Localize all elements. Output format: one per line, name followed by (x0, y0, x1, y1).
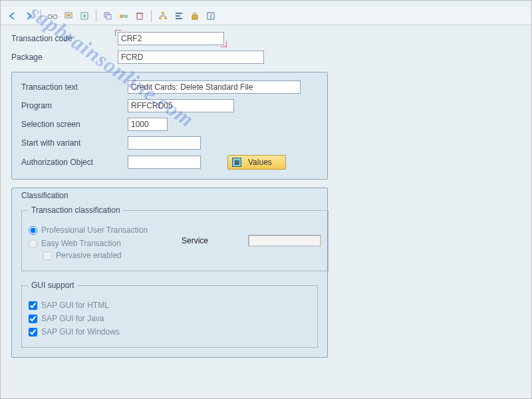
row-tcode: Transaction code (11, 32, 521, 45)
authobj-input[interactable] (128, 156, 201, 169)
toolbar-sep (151, 10, 152, 22)
ttext-input[interactable] (128, 80, 301, 94)
display-icon[interactable] (61, 9, 76, 23)
svg-text:i: i (210, 11, 212, 21)
lock-icon[interactable] (188, 9, 202, 23)
svg-rect-3 (66, 14, 70, 17)
service-input (248, 235, 321, 247)
back-icon[interactable] (6, 9, 21, 23)
forward-icon[interactable] (22, 9, 37, 23)
variant-label: Start with variant (21, 138, 128, 148)
gui-win-label: SAP GUI for Windows (41, 327, 120, 336)
align-icon[interactable] (172, 9, 186, 23)
gui-html-check[interactable] (29, 301, 37, 310)
program-input[interactable] (128, 99, 234, 112)
svg-rect-6 (106, 15, 111, 19)
svg-point-0 (48, 15, 52, 19)
svg-rect-12 (164, 17, 167, 19)
copy-icon[interactable] (100, 9, 115, 23)
ttext-label: Transaction text (21, 82, 128, 92)
hierarchy-icon[interactable] (156, 9, 170, 23)
gui-support-fieldset: GUI support SAP GUI for HTML SAP GUI for… (21, 281, 318, 348)
radio-prof-row: Professional User Transaction (29, 225, 321, 235)
gui-java-row: SAP GUI for Java (29, 314, 311, 323)
pervasive-row: Pervasive enabled (43, 251, 321, 260)
values-icon: ▦ (232, 158, 241, 167)
service-label: Service (182, 236, 248, 245)
gui-legend: GUI support (29, 281, 77, 290)
gui-java-label: SAP GUI for Java (41, 314, 104, 323)
tc-legend: Transaction classification (29, 205, 123, 215)
svg-rect-13 (192, 15, 198, 19)
gui-html-label: SAP GUI for HTML (41, 301, 109, 310)
toolbar: i (1, 7, 531, 25)
selscreen-input[interactable] (128, 118, 168, 131)
gui-win-check[interactable] (29, 328, 37, 336)
row-ttext: Transaction text (21, 80, 318, 94)
pervasive-check (43, 251, 52, 260)
tcode-label: Transaction code (11, 34, 118, 43)
toolbar-sep (96, 10, 96, 22)
create-icon[interactable] (77, 9, 92, 23)
content-area: Transaction code Package Transaction tex… (1, 25, 531, 364)
radio-prof-label: Professional User Transaction (41, 225, 148, 235)
svg-rect-10 (162, 12, 164, 14)
service-row: Service (182, 235, 321, 247)
details-group: Transaction text Program Selection scree… (11, 72, 328, 180)
toolbar-sep (41, 10, 41, 22)
classification-group: Classification Transaction classificatio… (11, 188, 328, 358)
pervasive-label: Pervasive enabled (56, 251, 122, 260)
svg-rect-8 (124, 15, 128, 18)
selscreen-label: Selection screen (21, 120, 128, 129)
assign-icon[interactable] (116, 9, 131, 23)
row-selscreen: Selection screen (21, 118, 318, 131)
gui-java-check[interactable] (29, 315, 37, 323)
classification-title: Classification (21, 191, 318, 200)
row-variant: Start with variant (21, 136, 318, 150)
values-button-label: Values (248, 158, 272, 167)
svg-rect-11 (159, 17, 162, 19)
package-input[interactable] (118, 51, 264, 64)
row-package: Package (11, 51, 521, 64)
delete-icon[interactable] (132, 9, 147, 23)
program-label: Program (21, 101, 128, 110)
svg-point-1 (53, 15, 57, 19)
glasses-icon[interactable] (45, 9, 60, 23)
row-authobj: Authorization Object ▦ Values (21, 155, 318, 170)
transaction-classification-fieldset: Transaction classification Professional … (21, 205, 329, 271)
values-button[interactable]: ▦ Values (227, 155, 286, 170)
package-label: Package (11, 53, 118, 62)
gui-html-row: SAP GUI for HTML (29, 301, 311, 310)
tcode-input[interactable] (118, 32, 224, 45)
info-icon[interactable]: i (203, 9, 218, 23)
gui-win-row: SAP GUI for Windows (29, 327, 311, 336)
variant-input[interactable] (128, 136, 201, 150)
row-program: Program (21, 99, 318, 112)
authobj-label: Authorization Object (21, 158, 128, 167)
svg-rect-7 (120, 15, 123, 18)
svg-rect-9 (137, 13, 142, 19)
radio-easy-label: Easy Web Transaction (41, 239, 121, 248)
radio-easy (29, 239, 37, 248)
radio-prof[interactable] (29, 226, 37, 235)
